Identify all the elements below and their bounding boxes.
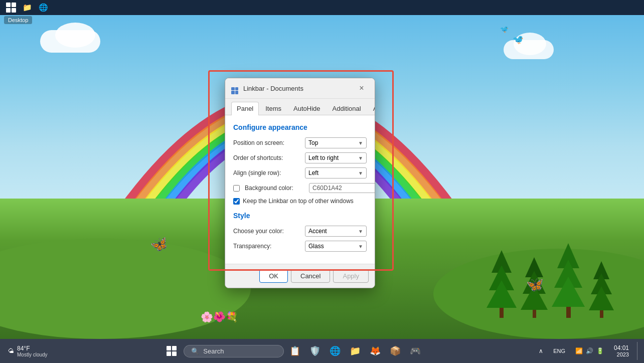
order-label: Order of shortcuts:	[233, 154, 301, 161]
style-section-title: Style	[233, 212, 367, 220]
tab-additional[interactable]: Additional	[327, 102, 367, 115]
color-dropdown[interactable]: Accent ▼	[305, 226, 367, 237]
dialog-app-icon	[231, 84, 239, 92]
clock-date: 2023	[617, 351, 629, 357]
cancel-button[interactable]: Cancel	[291, 269, 330, 283]
position-control: Top ▼	[305, 137, 367, 148]
start-button[interactable]	[162, 341, 182, 361]
desktop-label: Desktop	[4, 16, 32, 24]
order-dropdown-arrow: ▼	[358, 155, 363, 161]
transparency-row: Transparency: Glass ▼	[233, 241, 367, 252]
desktop: 🐦 🐦 🦋 🦋	[0, 0, 644, 363]
transparency-label: Transparency:	[233, 243, 301, 250]
weather-icon: 🌤	[8, 347, 14, 354]
align-label: Align (single row):	[233, 169, 301, 176]
dialog-content: Configure appearance Position on screen:…	[225, 115, 375, 264]
tree-group	[487, 243, 614, 318]
taskbar-app-7[interactable]: 🎮	[406, 342, 424, 360]
apply-button[interactable]: Apply	[333, 269, 369, 283]
weather-widget[interactable]: 🌤 84°F Mostly cloudy	[4, 343, 52, 359]
tree-4	[589, 261, 614, 318]
cloud-1b	[55, 23, 95, 48]
taskbar-app-3[interactable]: 🌐	[326, 342, 344, 360]
search-box[interactable]: 🔍 Search	[184, 345, 284, 357]
flowers: 🌸🌺💐	[201, 311, 238, 323]
tree-1	[487, 250, 517, 318]
tab-about[interactable]: About	[368, 102, 375, 115]
configure-section-title: Configure appearance	[233, 123, 367, 131]
linkbar-dialog: Linkbar - Documents × Panel Items AutoHi…	[225, 78, 375, 288]
system-clock[interactable]: 04:01 2023	[610, 343, 633, 358]
bird-2: 🐦	[500, 25, 509, 33]
search-icon: 🔍	[191, 347, 199, 355]
dialog-tabs: Panel Items AutoHide Additional About	[225, 99, 375, 115]
battery-icon: 🔋	[596, 347, 604, 354]
bgcolor-input[interactable]	[309, 183, 375, 193]
color-row: Choose your color: Accent ▼	[233, 226, 367, 237]
dialog-footer: OK Cancel Apply	[225, 264, 375, 288]
order-control: Left to right ▼	[305, 152, 367, 163]
taskbar-globe-icon[interactable]: 🌐	[36, 2, 50, 13]
taskbar-app-1[interactable]: 📋	[286, 342, 304, 360]
position-label: Position on screen:	[233, 139, 301, 146]
wifi-icon: 📶	[575, 347, 583, 354]
lang-label: ENG	[553, 348, 565, 354]
tab-autohide[interactable]: AutoHide	[288, 102, 326, 115]
transparency-control: Glass ▼	[305, 241, 367, 252]
bgcolor-label: Background color:	[245, 185, 305, 192]
speaker-icon: 🔊	[586, 347, 593, 354]
taskbar-folder-icon[interactable]: 📁	[20, 2, 34, 13]
tree-3	[552, 243, 585, 318]
weather-text: 84°F Mostly cloudy	[17, 345, 48, 357]
taskbar-app-6[interactable]: 📦	[386, 342, 404, 360]
transparency-dropdown[interactable]: Glass ▼	[305, 241, 367, 252]
color-control: Accent ▼	[305, 226, 367, 237]
tab-panel[interactable]: Panel	[231, 102, 259, 115]
search-label: Search	[203, 347, 224, 355]
taskbar-windows-icon[interactable]	[4, 2, 18, 13]
ok-button[interactable]: OK	[259, 269, 288, 283]
transparency-dropdown-arrow: ▼	[358, 244, 363, 249]
weather-temp: 84°F	[17, 345, 48, 352]
align-control: Left ▼	[305, 167, 367, 178]
color-label: Choose your color:	[233, 228, 301, 235]
systray-chevron[interactable]: ∧	[535, 345, 547, 356]
align-row: Align (single row): Left ▼	[233, 167, 367, 178]
order-row: Order of shortcuts: Left to right ▼	[233, 152, 367, 163]
chevron-icon: ∧	[539, 347, 543, 354]
taskbar-app-2[interactable]: 🛡️	[306, 342, 324, 360]
clock-time: 04:01	[614, 344, 629, 351]
top-taskbar: 📁 🌐	[0, 0, 644, 15]
bird-1: 🐦	[513, 34, 524, 45]
align-dropdown[interactable]: Left ▼	[305, 167, 367, 178]
taskbar-app-5[interactable]: 🦊	[366, 342, 384, 360]
dialog-titlebar: Linkbar - Documents ×	[225, 78, 375, 99]
taskbar-app-4[interactable]: 📁	[346, 342, 364, 360]
systray-wifi[interactable]: 📶 🔊 🔋	[571, 345, 608, 356]
dialog-title: Linkbar - Documents	[243, 85, 351, 92]
align-dropdown-arrow: ▼	[358, 170, 363, 176]
show-desktop-button[interactable]	[637, 342, 640, 360]
bgcolor-checkbox[interactable]	[233, 185, 240, 192]
keepontop-label: Keep the Linkbar on top of other windows	[243, 198, 354, 205]
systray-network[interactable]: ENG	[549, 346, 569, 356]
position-row: Position on screen: Top ▼	[233, 137, 367, 148]
color-dropdown-arrow: ▼	[358, 229, 363, 234]
keepontop-checkbox[interactable]	[233, 198, 240, 205]
weather-condition: Mostly cloudy	[17, 352, 48, 357]
taskbar-center: 🔍 Search 📋 🛡️ 🌐 📁 🦊 📦 🎮	[52, 341, 535, 361]
butterfly-yellow: 🦋	[526, 276, 544, 293]
tab-items[interactable]: Items	[260, 102, 287, 115]
style-section: Style Choose your color: Accent ▼ Transp…	[233, 212, 367, 252]
taskbar-right: ∧ ENG 📶 🔊 🔋 04:01 2023	[535, 342, 640, 360]
keepontop-row: Keep the Linkbar on top of other windows	[233, 198, 367, 205]
position-dropdown[interactable]: Top ▼	[305, 137, 367, 148]
bgcolor-row: Background color: …	[233, 183, 367, 194]
position-dropdown-arrow: ▼	[358, 140, 363, 146]
taskbar: 🌤 84°F Mostly cloudy 🔍 Search 📋 🛡️ �	[0, 339, 644, 363]
dialog-close-button[interactable]: ×	[355, 82, 369, 94]
order-dropdown[interactable]: Left to right ▼	[305, 152, 367, 163]
